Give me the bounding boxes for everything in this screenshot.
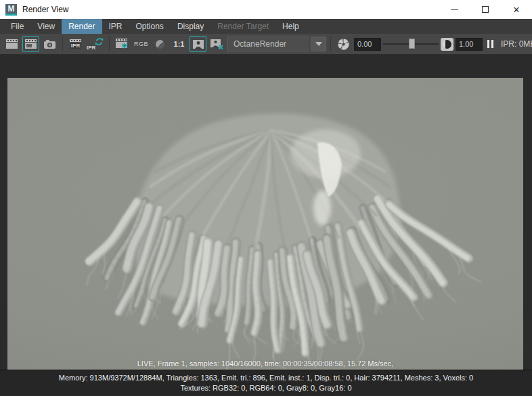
menu-options[interactable]: Options	[129, 19, 171, 34]
window-title: Render View	[22, 5, 68, 14]
toolbar: IPR IPR	[0, 34, 532, 54]
toolbar-separator	[109, 37, 110, 51]
rgb-channels-button[interactable]: RGB	[133, 36, 150, 52]
render-region-button[interactable]	[22, 36, 39, 52]
menu-render-target: Render Target	[210, 19, 275, 34]
ipr-render-button[interactable]: IPR	[67, 36, 84, 52]
render-settings-button[interactable]	[114, 36, 131, 52]
maya-logo-icon: M	[5, 4, 17, 16]
hair-render-graphic	[7, 78, 523, 370]
remove-image-button[interactable]	[208, 36, 225, 52]
render-viewport: LIVE, Frame 1, samples: 1040/16000, time…	[0, 54, 532, 370]
menu-help[interactable]: Help	[275, 19, 306, 34]
clapperboard-icon	[6, 39, 18, 49]
menubar: File View Render IPR Options Display Ren…	[0, 19, 532, 34]
clapperboard-region-icon	[25, 39, 37, 49]
keep-image-button[interactable]	[190, 36, 206, 52]
renderer-dropdown-button[interactable]	[311, 37, 326, 51]
render-view-window: M Render View ✕ File View Render IPR Opt…	[0, 0, 532, 396]
texture-stats-line: Textures: RGB32: 0, RGB64: 0, Gray8: 0, …	[0, 383, 532, 393]
menu-view[interactable]: View	[30, 19, 62, 34]
exposure-input[interactable]	[354, 38, 381, 51]
pause-bar-icon	[487, 40, 489, 48]
image-x-icon	[210, 39, 223, 49]
close-icon: ✕	[513, 5, 520, 14]
slider-handle[interactable]	[409, 39, 415, 49]
toolbar-separator	[330, 37, 331, 51]
pause-button[interactable]	[487, 40, 493, 48]
exposure-slider[interactable]	[383, 37, 439, 51]
window-controls: ✕	[439, 0, 532, 19]
gamma-input[interactable]	[456, 38, 483, 51]
display-toggle-button[interactable]	[152, 36, 169, 52]
menu-render[interactable]: Render	[62, 19, 102, 34]
renderer-value: OctaneRender	[234, 39, 286, 49]
aperture-icon	[337, 38, 350, 51]
close-button[interactable]: ✕	[501, 0, 532, 19]
contrast-circle-icon	[443, 40, 451, 49]
ipr-label: IPR	[70, 43, 81, 49]
renderer-select[interactable]: OctaneRender	[227, 37, 309, 51]
ipr-refresh-label: IPR	[87, 45, 95, 51]
titlebar[interactable]: M Render View ✕	[0, 0, 532, 19]
gamma-button[interactable]	[441, 38, 453, 51]
half-circle-icon	[156, 40, 164, 49]
render-status-overlay: LIVE, Frame 1, samples: 1040/16000, time…	[7, 359, 523, 368]
pause-bar-icon	[491, 40, 493, 48]
exposure-button[interactable]	[335, 36, 352, 52]
maximize-icon	[482, 6, 489, 13]
statistics-bar: Memory: 913M/9372M/12884M, Triangles: 13…	[0, 370, 532, 396]
one-to-one-label: 1:1	[174, 40, 185, 48]
rgb-label: RGB	[134, 41, 148, 47]
minimize-icon	[451, 9, 458, 10]
image-thumbnail-icon	[193, 40, 204, 49]
menu-display[interactable]: Display	[171, 19, 210, 34]
minimize-button[interactable]	[439, 0, 470, 19]
ipr-clapperboard-icon	[70, 39, 81, 42]
real-size-button[interactable]: 1:1	[171, 36, 187, 52]
ipr-memory-label: IPR: 0MB	[501, 39, 532, 49]
memory-stats-line: Memory: 913M/9372M/12884M, Triangles: 13…	[0, 373, 532, 383]
rendered-image[interactable]: LIVE, Frame 1, samples: 1040/16000, time…	[7, 78, 523, 370]
menu-file[interactable]: File	[4, 19, 30, 34]
chevron-down-icon	[315, 42, 322, 46]
clapperboard-gear-icon	[116, 39, 129, 49]
ipr-refresh-button[interactable]: IPR	[86, 36, 105, 52]
camera-icon	[44, 40, 56, 49]
snapshot-button[interactable]	[41, 36, 58, 52]
render-current-frame-button[interactable]	[3, 36, 20, 52]
menu-ipr[interactable]: IPR	[102, 19, 129, 34]
maximize-button[interactable]	[470, 0, 501, 19]
toolbar-separator	[62, 37, 63, 51]
